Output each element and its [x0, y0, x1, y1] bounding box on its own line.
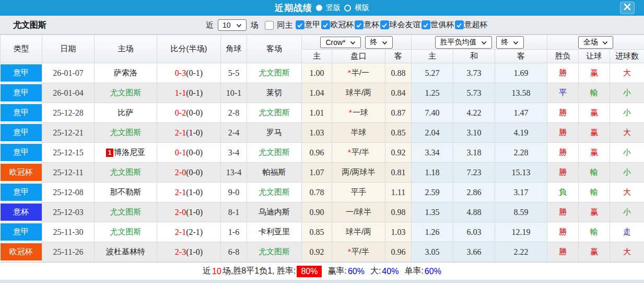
corner-cell: 8-1 — [221, 202, 247, 222]
win-rate-badge: 80% — [297, 266, 322, 277]
avg-value: 胜平负均值 — [440, 38, 477, 47]
handicap-cell: *平/半 — [332, 143, 385, 163]
sub-header-odds-away: 客 — [385, 50, 412, 63]
chevron-down-icon — [236, 21, 242, 29]
away-odds-cell: 0.98 — [385, 202, 412, 222]
goals-cell: 大 — [610, 183, 644, 202]
same-home-checkbox[interactable] — [265, 21, 274, 30]
league-checkbox-label[interactable]: 欧冠杯 — [331, 20, 354, 30]
horizontal-radio-label[interactable]: 横版 — [355, 3, 369, 13]
league-badge: 意甲 — [1, 223, 42, 241]
avg-draw-cell: 5.73 — [453, 83, 495, 103]
goals-cell: 小 — [610, 163, 644, 183]
corner-cell: 2-8 — [221, 103, 247, 123]
filter-bar: 尤文图斯 近 10 场 同主 意甲欧冠杯意杯球会友谊世俱杯意超杯 — [0, 16, 644, 35]
score-cell: 2-0(0-0) — [157, 163, 221, 183]
league-checkbox-label[interactable]: 意杯 — [364, 20, 380, 30]
date-cell: 25-12-08 — [42, 183, 95, 202]
league-checkbox[interactable] — [296, 20, 305, 29]
avg-draw-cell: 3.18 — [453, 143, 495, 163]
field-label: 场 — [251, 20, 259, 30]
score-cell: 1-1(0-1) — [157, 83, 221, 103]
home-team-cell: 那不勒斯 — [95, 183, 157, 202]
goals-cell: 小 — [610, 202, 644, 222]
horizontal-radio[interactable] — [344, 5, 351, 12]
col-header-away: 客场 — [247, 35, 302, 63]
match-row: 意甲25-11-30尤文图斯2-1(2-1)1-6卡利亚里0.85球半/两1.0… — [1, 222, 644, 242]
league-checkbox-label[interactable]: 世俱杯 — [431, 20, 454, 30]
league-checkbox-label[interactable]: 意甲 — [305, 20, 321, 30]
away-team-cell: 莱切 — [247, 83, 302, 103]
sub-header-goals: 进球数 — [610, 50, 644, 63]
date-cell: 25-12-15 — [42, 143, 95, 163]
league-cell: 意甲 — [1, 183, 42, 202]
handicap-result-cell: 赢 — [579, 103, 610, 123]
home-odds-cell: 0.90 — [302, 202, 332, 222]
league-checkbox-label[interactable]: 球会友谊 — [390, 20, 421, 30]
avg-away-cell: 2.28 — [495, 143, 547, 163]
match-row: 欧冠杯25-11-26波杜基林特2-3(1-0)6-8尤文图斯0.92*平/半0… — [1, 242, 644, 262]
avg-away-cell: 12.19 — [495, 222, 547, 242]
avg-final-value: 终 — [501, 38, 509, 47]
home-odds-cell: 0.92 — [302, 242, 332, 262]
avg-dropdown[interactable]: 胜平负均值 — [435, 36, 492, 49]
handicap-result-cell: 輸 — [579, 83, 610, 103]
league-badge: 欧冠杯 — [1, 164, 42, 181]
league-badge: 欧冠杯 — [1, 243, 42, 261]
away-team-cell: 尤文图斯 — [247, 103, 302, 123]
league-cell: 意甲 — [1, 143, 42, 163]
league-filter-item: 球会友谊 — [380, 20, 421, 30]
goals-cell: 大 — [610, 123, 644, 143]
corner-cell: 13-4 — [221, 163, 247, 183]
sub-header-avg-home: 主 — [412, 50, 453, 63]
home-odds-cell: 0.85 — [302, 222, 332, 242]
avg-away-cell: 13.58 — [495, 83, 547, 103]
league-filter-item: 世俱杯 — [421, 20, 454, 30]
league-badge: 意甲 — [1, 184, 42, 201]
home-team-cell: 1博洛尼亚 — [95, 143, 157, 163]
match-count-value: 10 — [223, 21, 231, 29]
avg-draw-cell: 4.22 — [453, 103, 495, 123]
scope-dropdown[interactable]: 全场 — [578, 36, 613, 49]
score-cell: 0-2(0-0) — [157, 103, 221, 123]
match-row: 意杯25-12-03尤文图斯2-0(1-0)8-1乌迪内斯0.90一/球半0.9… — [1, 202, 644, 222]
away-team-cell: 罗马 — [247, 123, 302, 143]
match-count-select[interactable]: 10 — [218, 19, 247, 31]
league-checkbox[interactable] — [455, 20, 464, 29]
win-label: 赢率: — [327, 266, 346, 277]
sub-header-handicap: 盘口 — [332, 50, 385, 63]
away-odds-cell: 1.11 — [385, 183, 412, 202]
league-checkbox[interactable] — [421, 20, 430, 29]
result-cell: 勝 — [547, 242, 579, 262]
close-button[interactable] — [620, 2, 635, 14]
handicap-cell: 球半/两 — [332, 83, 385, 103]
date-cell: 25-12-11 — [42, 163, 95, 183]
goals-cell: 大 — [610, 242, 644, 262]
away-team-cell: 尤文图斯 — [247, 63, 302, 83]
handicap-cell: 平手 — [332, 183, 385, 202]
league-checkbox[interactable] — [380, 20, 389, 29]
handicap-result-cell: 輸 — [579, 222, 610, 242]
home-team-cell: 尤文图斯 — [95, 202, 157, 222]
goals-cell: 小 — [610, 103, 644, 123]
odds-final-dropdown[interactable]: 终 — [365, 36, 393, 49]
avg-draw-cell: 7.23 — [453, 163, 495, 183]
avg-final-dropdown[interactable]: 终 — [496, 36, 524, 49]
avg-away-cell: 2.22 — [495, 242, 547, 262]
home-odds-cell: 1.04 — [302, 83, 332, 103]
avg-home-cell: 1.25 — [412, 83, 453, 103]
odds-source-dropdown[interactable]: Crow* — [320, 37, 360, 48]
league-checkbox[interactable] — [321, 20, 330, 29]
col-header-corner: 角球 — [221, 35, 247, 63]
filters: 近 10 场 同主 意甲欧冠杯意杯球会友谊世俱杯意超杯 — [204, 16, 488, 35]
summary-bar: 近10场,胜8平1负1, 胜率: 80% 赢率:60% 大:40% 单率:60% — [0, 262, 644, 280]
odds-source-value: Crow* — [325, 38, 345, 47]
vertical-radio[interactable] — [316, 5, 322, 11]
date-cell: 26-01-04 — [42, 83, 95, 103]
vertical-radio-label[interactable]: 竖版 — [326, 3, 341, 13]
league-checkbox-label[interactable]: 意超杯 — [464, 20, 488, 30]
score-cell: 2-1(1-0) — [157, 123, 221, 143]
handicap-result-cell: 赢 — [579, 143, 610, 163]
league-checkbox[interactable] — [355, 20, 364, 29]
avg-group-header: 胜平负均值 终 — [412, 35, 547, 50]
